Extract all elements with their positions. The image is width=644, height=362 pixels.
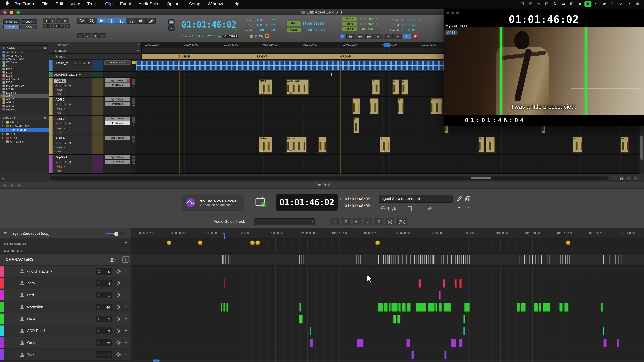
track-mute-button[interactable]: M [68, 160, 72, 164]
cue-clip[interactable] [463, 315, 466, 324]
stage-manager-icon[interactable]: ▦ [527, 1, 534, 7]
cue-clip[interactable] [439, 303, 442, 312]
audio-clip[interactable] [486, 137, 495, 153]
sidebar-track-dx-4[interactable]: DX 4 [0, 74, 49, 77]
audio-clip[interactable] [352, 98, 360, 114]
play-button[interactable]: ▶ [394, 33, 402, 39]
track-solo-button[interactable]: S [63, 160, 67, 164]
cue-clip[interactable] [601, 303, 603, 312]
track-input-button[interactable]: I [59, 84, 63, 87]
add-insert-button[interactable]: + [132, 104, 136, 108]
track-input-button[interactable]: I [59, 122, 63, 126]
plus-icon[interactable]: + [138, 48, 139, 53]
cue-clip[interactable] [299, 315, 303, 324]
audio-clip[interactable]: AMXZ◦0 d [259, 79, 272, 95]
meter-indicator-icon[interactable]: ▥ [254, 34, 258, 38]
character-lane-zero[interactable] [132, 278, 644, 289]
sidebar-track-adr-rec-1[interactable]: ADR Rec 1 [0, 77, 49, 81]
cue-pro-titlebar[interactable]: Cue Pro* [0, 182, 644, 189]
cue-clip[interactable] [310, 327, 311, 335]
menu-edit[interactable]: Edit [52, 0, 67, 8]
track-lane-grp-fx1[interactable] [136, 155, 639, 173]
grabber-tool-button[interactable] [126, 17, 136, 24]
group-all[interactable]: !<ALL> [0, 120, 49, 124]
cue-clip[interactable] [603, 339, 606, 347]
automation-mode-label[interactable]: read [56, 150, 62, 153]
cue-playhead[interactable] [224, 235, 225, 239]
keyboard-icon[interactable]: ▭ [560, 1, 567, 7]
search-icon[interactable]: ○ [617, 1, 624, 7]
horizontal-resize-icon[interactable]: ↔ [98, 231, 103, 236]
cue-clip[interactable] [224, 279, 225, 288]
track-mute-button[interactable]: M [68, 141, 72, 145]
automation-mode-label[interactable]: read [56, 111, 62, 114]
link-selection-button[interactable]: ≡ [92, 33, 98, 38]
track-mute-button[interactable]: M [87, 61, 91, 65]
track-record-button[interactable]: ● [74, 61, 78, 65]
stepper-icon[interactable]: ▲▼ [449, 197, 451, 201]
mode-spot-button[interactable]: SPOT [20, 19, 37, 24]
cue-clip[interactable] [397, 315, 400, 324]
character-lane-dx-4[interactable] [132, 313, 644, 325]
audio-guide-select[interactable]: ▲▼ [254, 218, 316, 225]
audio-clip[interactable]: AMXZ_1003◦0 dB [286, 79, 309, 95]
cue-clip[interactable] [603, 327, 604, 335]
menu-event[interactable]: Event [116, 0, 135, 8]
sidebar-track-adr-3[interactable]: ADR 3 [0, 101, 49, 104]
playlist-view-label[interactable]: wave [56, 88, 63, 92]
cue-clip[interactable] [444, 351, 446, 359]
sidebar-track-adr-1[interactable]: ADR 1 [0, 94, 49, 97]
streamer-marker[interactable] [566, 240, 570, 245]
scrollbar-thumb[interactable] [640, 135, 643, 160]
insertion-follows-button[interactable]: + [99, 33, 106, 38]
add-character-button[interactable] [109, 257, 117, 264]
horizontal-scrollbar[interactable] [50, 176, 608, 180]
mode-shuffle-button[interactable]: SHUFFLE [3, 19, 20, 24]
remove-session-button[interactable]: − [465, 205, 472, 211]
cue-clip[interactable] [463, 327, 465, 335]
sidebar-track-amxz601fxan[interactable]: AMXZ601FXAN [0, 57, 49, 60]
battery-icon[interactable]: ▰ [601, 1, 608, 7]
grid-view-button[interactable]: ▤ [618, 176, 624, 181]
drive-icon[interactable]: ▤ [544, 1, 550, 7]
insert-eq3-7-band[interactable]: EQ3 7-Band [105, 97, 130, 101]
cue-clip[interactable] [418, 279, 421, 288]
zoom-vertical-button[interactable]: ↕ [49, 18, 55, 23]
list-options-icon[interactable]: ◉ [44, 115, 46, 120]
gear-icon[interactable] [116, 340, 121, 345]
track-input-button[interactable]: I [59, 141, 63, 145]
pencil-tool-button[interactable] [146, 17, 156, 24]
menu-file[interactable]: File [38, 0, 52, 8]
streamer-marker[interactable] [375, 240, 380, 245]
mode-grid-button[interactable]: GRID [20, 25, 37, 29]
list-icon[interactable]: ≡ [4, 231, 7, 236]
track-header-adr-3[interactable]: ADR 3●ISM◦wave▾◦read [52, 116, 92, 135]
cue-clip[interactable] [416, 303, 426, 312]
menu-clip[interactable]: Clip [102, 0, 116, 8]
character-row-dx-4[interactable]: DX 4Σ5+ [0, 313, 131, 325]
edit-pencil-icon[interactable] [457, 196, 462, 202]
edit-playhead[interactable] [389, 48, 390, 174]
track-input-button[interactable]: I [59, 103, 63, 106]
track-header-amxz-m[interactable]: AMXZ_M●ISM [52, 59, 92, 71]
cue-clip[interactable] [224, 303, 225, 312]
link-track-selection-button[interactable]: ≈ [168, 25, 174, 31]
zoom-horizontal-button[interactable]: ↔ [56, 18, 62, 23]
session-panel-header[interactable]: ≡ agent Zero (dup) (dup) ↔ [0, 228, 131, 239]
loop-playback-button[interactable]: ↻ [403, 33, 412, 39]
tracks-list-header[interactable]: TRACKS◉ [0, 45, 49, 50]
zoom-in-button[interactable]: ▶ [62, 18, 68, 23]
zoom-slider[interactable] [106, 233, 124, 234]
automation-mode-label[interactable]: read [56, 131, 62, 134]
apple-menu[interactable] [3, 1, 11, 7]
track-header-adr-4[interactable]: ADR 4●ISM◦wave▾◦read [52, 135, 92, 154]
roll-label-post-roll[interactable]: Post-roll [342, 22, 357, 26]
cue-clip[interactable] [435, 303, 438, 312]
track-header-adr-2[interactable]: ADR 2●ISM◦wave▾◦read [52, 97, 92, 115]
track-solo-button[interactable]: S [63, 84, 67, 87]
countdown-clock-icon[interactable] [339, 33, 345, 39]
smart-tool-grabber-button[interactable] [117, 17, 126, 24]
zoom-preset-4-button[interactable]: 4 [59, 24, 64, 28]
display-icon[interactable]: ◫ [519, 1, 526, 7]
menu-view[interactable]: View [67, 0, 84, 8]
